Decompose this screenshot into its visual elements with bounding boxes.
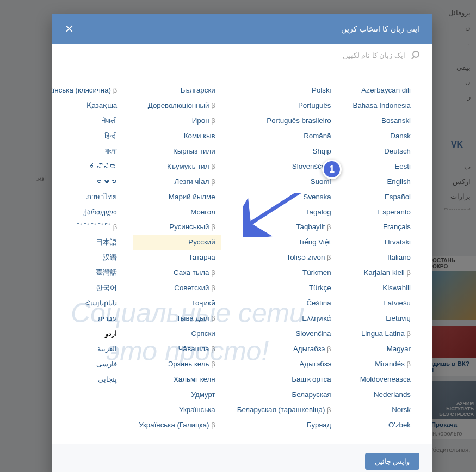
language-option[interactable]: Татарча [133,250,220,265]
language-option[interactable]: Тоҷикӣ [133,296,220,311]
language-option[interactable]: Italiano [348,250,416,265]
language-option[interactable]: Français [348,219,416,235]
language-option[interactable]: Къумукъ тил β [133,159,220,174]
language-option[interactable]: ဗမာစာ [52,174,122,189]
language-option[interactable]: Тыва дыл β [133,311,220,326]
language-option[interactable]: Taqbaylit β [232,219,337,235]
modal-title: اینی زبان کا انتخاب کریں [341,24,419,33]
language-option[interactable]: Karjalan kieli β [348,265,416,280]
language-option[interactable]: Eesti [348,159,416,174]
language-option[interactable]: Português [232,98,337,113]
language-option[interactable]: Русский [133,235,220,250]
language-option[interactable]: Čeština [232,296,337,311]
language-option[interactable]: ქართული [52,205,122,220]
language-option[interactable]: Հայերեն [52,296,122,311]
language-option[interactable]: Хальмг келн [133,372,220,387]
language-option[interactable]: Bosanski [348,113,416,128]
language-option[interactable]: Esperanto [348,205,416,220]
language-option[interactable]: Moldovenească [348,372,416,387]
language-option[interactable]: Polski [232,83,337,98]
language-modal: اینی زبان کا انتخاب کریں ✕ Azərbaycan di… [52,14,432,472]
language-option[interactable]: Беларуская (тарашкевіца) β [232,402,337,418]
language-option[interactable]: 臺灣話 [52,265,122,280]
language-option[interactable]: Саха тыла β [133,265,220,280]
language-option[interactable]: Български [133,83,220,98]
language-grid: Azərbaycan diliBahasa IndonesiaBosanskiD… [52,66,432,444]
language-option[interactable]: ಕನ್ನಡ [52,159,122,174]
language-option[interactable]: Magyar [348,341,416,357]
language-option[interactable]: Српски [133,326,220,341]
language-option[interactable]: Slovenčina [232,326,337,341]
language-option[interactable]: 汉语 [52,250,122,265]
language-option[interactable]: Адыгабзэ β [232,341,337,357]
language-option[interactable]: Башҡортса [232,372,337,387]
language-option[interactable]: Dansk [348,128,416,144]
language-option[interactable]: नेपाली [52,113,122,128]
language-option[interactable]: Адыгэбзэ [232,357,337,372]
language-option[interactable]: Чӑвашла β [133,341,220,357]
language-option[interactable]: Türkçe [232,280,337,296]
language-option[interactable]: Ελληνικά [232,311,337,326]
language-option[interactable]: বাংলা [52,144,122,159]
language-option[interactable]: Mirandés β [348,357,416,372]
language-option[interactable]: Советский β [133,280,220,296]
language-option[interactable]: 日本語 [52,235,122,250]
language-option[interactable]: Русинськый β [133,219,220,235]
language-option[interactable]: Svenska [232,189,337,205]
language-option[interactable]: اردو [52,326,122,341]
language-search-input[interactable] [65,51,405,59]
language-option[interactable]: Удмурт [133,387,220,402]
language-option[interactable]: Română [232,128,337,144]
language-option[interactable]: Беларуская [232,387,337,402]
language-option[interactable]: Lietuvių [348,311,416,326]
language-option[interactable]: Deutsch [348,144,416,159]
annotation-marker-1: 1 [322,160,342,179]
back-button[interactable]: واپس جائیں [365,453,419,470]
language-option[interactable]: Лезги чӏал β [133,174,220,189]
language-option[interactable]: हिन्दी [52,128,122,144]
language-option[interactable]: Bahasa Indonesia [348,98,416,113]
language-option[interactable]: Українська [133,402,220,418]
language-option[interactable]: Türkmen [232,265,337,280]
language-option[interactable]: العربية [52,341,122,357]
language-option[interactable]: Suomi [232,174,337,189]
close-icon[interactable]: ✕ [65,23,74,34]
language-option[interactable]: Latviešu [348,296,416,311]
language-option[interactable]: O'zbek [348,418,416,433]
language-option[interactable]: Azərbaycan dili [348,83,416,98]
modal-header: اینی زبان کا انتخاب کریں ✕ [52,14,432,44]
language-option[interactable]: Shqip [232,144,337,159]
modal-footer: واپس جائیں [52,444,432,472]
language-option[interactable]: پنجابی [52,372,122,387]
language-option[interactable]: Марий йылме [133,189,220,205]
language-option[interactable]: Буряад [232,418,337,433]
language-option[interactable]: Українська (клясична) β [52,83,122,98]
language-option[interactable]: ꥢꥢꥢꥢꥢ β [52,219,122,235]
language-option[interactable]: Tolışə zıvon β [232,250,337,265]
language-option[interactable]: Kiswahili [348,280,416,296]
language-option[interactable]: Lingua Latina β [348,326,416,341]
language-option[interactable]: Hrvatski [348,235,416,250]
language-option[interactable]: Дореволюціонный β [133,98,220,113]
language-option[interactable]: עברית [52,311,122,326]
language-option[interactable]: Коми кыв [133,128,220,144]
search-bar [52,44,432,66]
language-option[interactable]: English [348,174,416,189]
language-option[interactable]: Монгол [133,205,220,220]
language-option[interactable]: Tiếng Việt [232,235,337,250]
language-option[interactable]: فارسی [52,357,122,372]
language-option[interactable]: Tagalog [232,205,337,220]
language-option[interactable]: Nederlands [348,387,416,402]
search-icon [411,51,419,59]
language-option[interactable]: Slovenščina [232,159,337,174]
language-option[interactable]: Українська (Галицка) β [133,418,220,433]
language-option[interactable]: Қазақша [52,98,122,113]
language-option[interactable]: ภาษาไทย [52,189,122,205]
language-option[interactable]: 한국어 [52,280,122,296]
language-option[interactable]: Кыргыз тили [133,144,220,159]
language-option[interactable]: Norsk [348,402,416,418]
language-option[interactable]: Español [348,189,416,205]
language-option[interactable]: Português brasileiro [232,113,337,128]
language-option[interactable]: Эрзянь кель β [133,357,220,372]
language-option[interactable]: Ирон β [133,113,220,128]
